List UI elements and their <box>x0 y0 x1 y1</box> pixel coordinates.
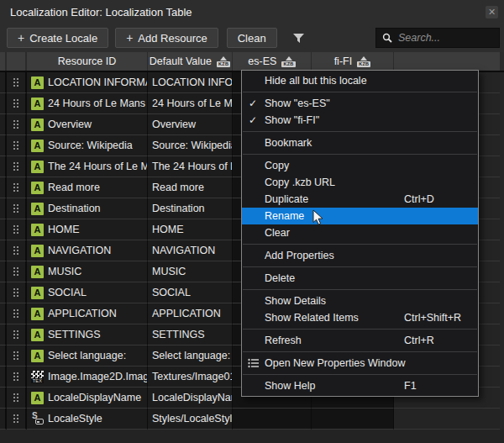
scrollbar-track[interactable] <box>500 261 504 282</box>
scrollbar-track[interactable] <box>500 198 504 219</box>
row-drag-handle[interactable] <box>7 135 27 156</box>
scrollbar-track[interactable] <box>500 303 504 324</box>
resource-id-cell[interactable]: ASETTINGS <box>27 324 148 345</box>
table-row[interactable]: SLocaleStyleStyles/LocaleStyle <box>0 409 504 430</box>
row-drag-handle[interactable] <box>7 261 27 282</box>
menu-item-duplicate[interactable]: DuplicateCtrl+D <box>242 191 478 208</box>
row-drag-handle[interactable] <box>7 198 27 219</box>
default-value-cell[interactable]: Source: Wikipedia <box>148 135 233 156</box>
default-value-cell[interactable]: MUSIC <box>148 261 233 282</box>
default-value-cell[interactable]: SETTINGS <box>148 324 233 345</box>
search-input[interactable]: Search... <box>375 28 500 48</box>
column-header-default-value[interactable]: Default Value KZB <box>148 52 233 71</box>
default-value-cell[interactable]: NAVIGATION <box>148 240 233 261</box>
resource-id-cell[interactable]: ARead more <box>27 177 148 198</box>
scrollbar-track[interactable] <box>500 156 504 177</box>
default-value-cell[interactable]: Select language: <box>148 345 233 367</box>
menu-item-show-related-items[interactable]: Show Related ItemsCtrl+Shift+R <box>242 309 478 326</box>
scrollbar-track[interactable] <box>500 52 504 71</box>
row-drag-handle[interactable] <box>7 282 27 303</box>
resource-id-cell[interactable]: AOverview <box>27 114 148 135</box>
default-value-cell[interactable]: 24 Hours of Le Ma <box>148 93 233 114</box>
default-value-cell[interactable]: LOCATION INFOR <box>148 72 233 93</box>
close-icon[interactable]: ✕ <box>486 6 498 18</box>
resource-id-cell[interactable]: AMUSIC <box>27 261 148 282</box>
row-drag-handle[interactable] <box>7 114 27 135</box>
scrollbar-track[interactable] <box>500 240 504 261</box>
row-drag-handle[interactable] <box>7 240 27 261</box>
row-drag-handle[interactable] <box>7 324 27 345</box>
menu-item-bookmark[interactable]: Bookmark <box>242 134 478 151</box>
row-drag-handle[interactable] <box>7 345 27 367</box>
row-drag-handle[interactable] <box>7 303 27 324</box>
row-drag-handle[interactable] <box>7 388 27 409</box>
resource-id-cell[interactable]: SLocaleStyle <box>27 409 148 430</box>
resource-id-cell[interactable]: ASOCIAL <box>27 282 148 303</box>
resource-id-cell[interactable]: ADestination <box>27 198 148 219</box>
scrollbar-track[interactable] <box>500 219 504 240</box>
menu-item-show-es-es[interactable]: ✓Show "es-ES" <box>242 95 478 112</box>
menu-item-copy-kzb-url[interactable]: Copy .kzb URL <box>242 174 478 191</box>
scrollbar-track[interactable] <box>500 388 504 409</box>
create-locale-button[interactable]: + Create Locale <box>7 28 108 48</box>
scrollbar-track[interactable] <box>500 93 504 114</box>
default-value-cell[interactable]: Overview <box>148 114 233 135</box>
resource-id-cell[interactable]: A24 Hours of Le Mans <box>27 93 148 114</box>
menu-item-hide-all-but-this-locale[interactable]: Hide all but this locale <box>242 72 478 89</box>
resource-id-cell[interactable]: ANAVIGATION <box>27 240 148 261</box>
filter-icon[interactable] <box>292 32 306 44</box>
menu-item-rename[interactable]: Rename <box>242 208 478 224</box>
resource-id-cell[interactable]: ASource: Wikipedia <box>27 135 148 156</box>
default-value-cell[interactable]: SOCIAL <box>148 282 233 303</box>
scrollbar-track[interactable] <box>500 345 504 367</box>
resource-id-cell[interactable]: ALocaleDisplayName <box>27 388 148 409</box>
default-value-cell[interactable]: LocaleDisplayNam <box>148 388 233 409</box>
resource-id-cell[interactable]: ASelect language: <box>27 345 148 367</box>
row-gutter <box>0 324 7 345</box>
clean-button[interactable]: Clean <box>227 28 277 48</box>
scrollbar-track[interactable] <box>500 114 504 135</box>
menu-item-delete[interactable]: Delete <box>242 270 478 287</box>
row-drag-handle[interactable] <box>7 367 27 388</box>
add-resource-button[interactable]: + Add Resource <box>115 28 218 48</box>
menu-item-copy[interactable]: Copy <box>242 157 478 174</box>
default-value-cell[interactable]: Textures/Image01 <box>148 367 233 388</box>
resource-id-cell[interactable]: AHOME <box>27 219 148 240</box>
menu-item-show-details[interactable]: Show Details <box>242 293 478 309</box>
scrollbar-track[interactable] <box>500 409 504 430</box>
scrollbar-track[interactable] <box>500 72 504 93</box>
row-drag-handle[interactable] <box>7 409 27 430</box>
scrollbar-track[interactable] <box>500 367 504 388</box>
resource-id-cell[interactable]: AThe 24 Hours of Le M <box>27 156 148 177</box>
scrollbar-track[interactable] <box>500 135 504 156</box>
default-value-cell[interactable]: Read more <box>148 177 233 198</box>
default-value-cell[interactable]: Destination <box>148 198 233 219</box>
menu-item-show-fi-fi[interactable]: ✓Show "fi-FI" <box>242 112 478 129</box>
scrollbar-track[interactable] <box>500 177 504 198</box>
row-gutter <box>0 345 7 367</box>
row-drag-handle[interactable] <box>7 177 27 198</box>
row-drag-handle[interactable] <box>7 72 27 93</box>
resource-id-cell[interactable]: AAPPLICATION <box>27 303 148 324</box>
row-drag-handle[interactable] <box>7 219 27 240</box>
menu-item-open-new-properties-window[interactable]: Open New Properties Window <box>242 355 478 372</box>
default-value-cell[interactable]: Styles/LocaleStyle <box>148 409 233 430</box>
row-drag-handle[interactable] <box>7 93 27 114</box>
resource-id-cell[interactable]: ALOCATION INFORMAT <box>27 72 148 93</box>
menu-item-show-help[interactable]: Show HelpF1 <box>242 377 478 394</box>
column-header-resource-id[interactable]: Resource ID <box>27 52 148 71</box>
fi-fi-cell[interactable] <box>312 409 394 430</box>
es-es-cell[interactable] <box>233 409 312 430</box>
menu-item-refresh[interactable]: RefreshCtrl+R <box>242 332 478 349</box>
default-value-cell[interactable]: The 24 Hours of L <box>148 156 233 177</box>
default-value-cell[interactable]: HOME <box>148 219 233 240</box>
scrollbar-track[interactable] <box>500 282 504 303</box>
column-header-fi-fi[interactable]: fi-FI KZB <box>312 52 394 71</box>
row-drag-handle[interactable] <box>7 156 27 177</box>
menu-item-add-properties[interactable]: Add Properties <box>242 247 478 264</box>
scrollbar-track[interactable] <box>500 324 504 345</box>
default-value-cell[interactable]: APPLICATION <box>148 303 233 324</box>
column-header-es-es[interactable]: es-ES KZB <box>233 52 312 71</box>
resource-id-cell[interactable]: TEXImage.Image2D.Imag <box>27 367 148 388</box>
menu-item-clear[interactable]: Clear <box>242 224 478 241</box>
